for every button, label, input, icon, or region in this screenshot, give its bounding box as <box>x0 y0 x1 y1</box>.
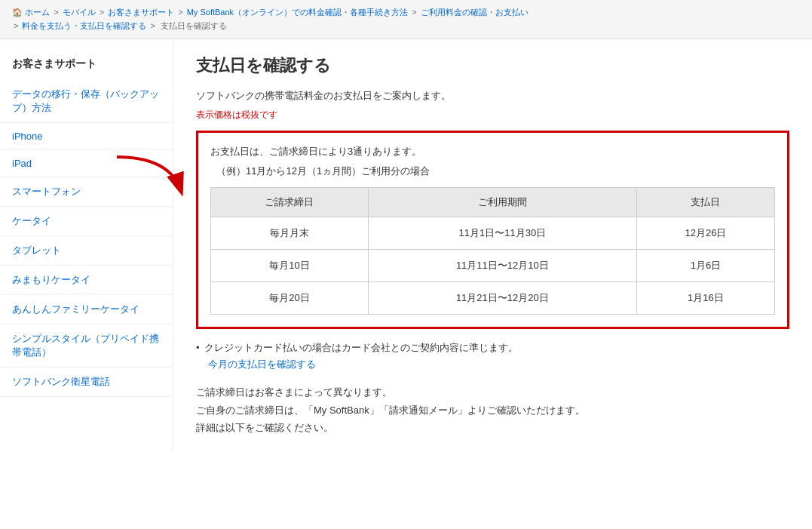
table-header-usage-period: ご利用期間 <box>368 188 636 217</box>
main-content: 支払日を確認する ソフトバンクの携帯電話料金のお支払日をご案内します。 表示価格… <box>173 39 812 451</box>
table-cell-billing-1: 毎月月末 <box>211 217 369 250</box>
sidebar-title: お客さまサポート <box>0 51 173 80</box>
sidebar: お客さまサポート データの移行・保存（バックアップ）方法 iPhone iPad… <box>0 39 173 451</box>
bullet-dot: • <box>196 342 200 353</box>
table-row: 毎月10日 11月11日〜12月10日 1月6日 <box>211 250 775 282</box>
breadcrumb-payment-date[interactable]: 料金を支払う・支払日を確認する <box>22 21 146 30</box>
table-cell-billing-3: 毎月20日 <box>211 282 369 315</box>
closing-section: ご請求締日はお客さまによって異なります。 ご自身のご請求締日は、「My Soft… <box>196 383 789 436</box>
confirm-link[interactable]: 今月の支払日を確認する <box>208 358 316 370</box>
sidebar-item-family[interactable]: あんしんファミリーケータイ <box>0 295 173 324</box>
sidebar-item-iphone[interactable]: iPhone <box>0 123 173 150</box>
closing-line2: ご自身のご請求締日は、「My SoftBank」「請求通知メール」よりご確認いた… <box>196 401 789 419</box>
highlighted-box: お支払日は、ご請求締日により3通りあります。 （例）11月から12月（1ヵ月間）… <box>196 131 789 329</box>
breadcrumb-home[interactable]: 🏠 ホーム <box>12 8 50 17</box>
price-notice: 表示価格は税抜です <box>196 109 789 121</box>
box-intro: お支払日は、ご請求締日により3通りあります。 <box>210 145 775 158</box>
sidebar-item-tablet[interactable]: タブレット <box>0 236 173 266</box>
breadcrumb-support[interactable]: お客さまサポート <box>108 8 174 17</box>
table-row: 毎月月末 11月1日〜11月30日 12月26日 <box>211 217 775 250</box>
table-header-payment-date: 支払日 <box>636 188 774 217</box>
breadcrumb-payment-confirm[interactable]: ご利用料金の確認・お支払い <box>421 8 529 17</box>
table-row: 毎月20日 11月21日〜12月20日 1月16日 <box>211 282 775 315</box>
sidebar-item-simple[interactable]: シンプルスタイル（プリペイド携帯電話） <box>0 324 173 368</box>
table-cell-payment-1: 12月26日 <box>636 217 774 250</box>
closing-line3: 詳細は以下をご確認ください。 <box>196 419 789 436</box>
table-cell-billing-2: 毎月10日 <box>211 250 369 282</box>
box-example: （例）11月から12月（1ヵ月間）ご利用分の場合 <box>210 165 775 178</box>
closing-line1: ご請求締日はお客さまによって異なります。 <box>196 383 789 401</box>
table-cell-period-1: 11月1日〜11月30日 <box>368 217 636 250</box>
red-arrow <box>109 153 192 214</box>
breadcrumb-mysoftbank[interactable]: My SoftBank（オンライン）での料金確認・各種手続き方法 <box>187 8 408 17</box>
table-cell-period-3: 11月21日〜12月20日 <box>368 282 636 315</box>
table-cell-payment-2: 1月6日 <box>636 250 774 282</box>
table-cell-payment-3: 1月16日 <box>636 282 774 315</box>
breadcrumb-mobile[interactable]: モバイル <box>63 8 96 17</box>
payment-table: ご請求締日 ご利用期間 支払日 毎月月末 11月1日〜11月30日 12月26日… <box>210 187 775 315</box>
intro-text: ソフトバンクの携帯電話料金のお支払日をご案内します。 <box>196 89 789 103</box>
bullet-item: • クレジットカード払いの場合はカード会社とのご契約内容に準じます。 <box>196 341 789 355</box>
bullet-section: • クレジットカード払いの場合はカード会社とのご契約内容に準じます。 今月の支払… <box>196 341 789 371</box>
breadcrumb-current: 支払日を確認する <box>161 21 227 30</box>
bullet-text: クレジットカード払いの場合はカード会社とのご契約内容に準じます。 <box>204 341 518 355</box>
page-title: 支払日を確認する <box>196 54 789 77</box>
sidebar-item-satellite[interactable]: ソフトバンク衛星電話 <box>0 368 173 397</box>
table-header-billing-date: ご請求締日 <box>211 188 369 217</box>
breadcrumb: 🏠 ホーム > モバイル > お客さまサポート > My SoftBank（オン… <box>0 0 812 39</box>
table-cell-period-2: 11月11日〜12月10日 <box>368 250 636 282</box>
sidebar-item-mimamori[interactable]: みまもりケータイ <box>0 266 173 295</box>
sidebar-item-data-backup[interactable]: データの移行・保存（バックアップ）方法 <box>0 80 173 123</box>
